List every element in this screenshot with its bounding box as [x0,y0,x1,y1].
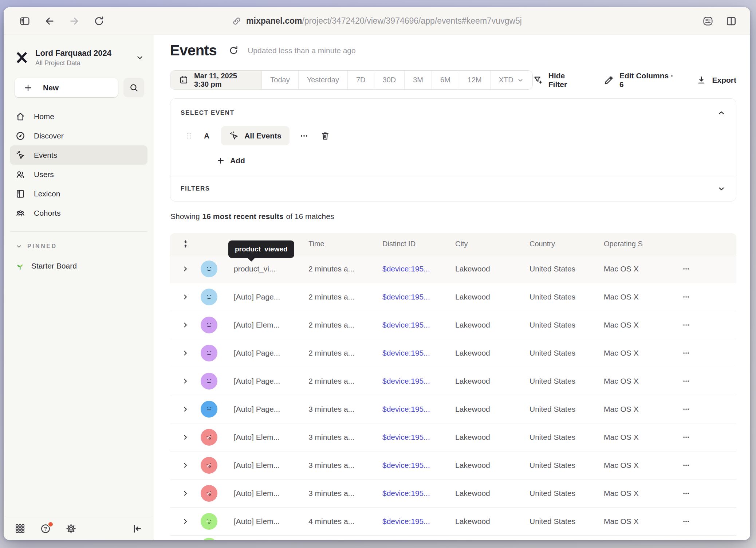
distinct-id-link[interactable]: $device:195... [382,265,455,273]
distinct-id-link[interactable]: $device:195... [382,433,455,442]
trash-icon[interactable] [320,131,330,141]
sidebar-toggle-icon[interactable] [19,15,31,27]
row-menu-icon[interactable] [677,265,695,273]
row-menu-icon[interactable] [677,406,695,413]
range-7d[interactable]: 7D [348,71,374,89]
refresh-icon[interactable] [228,45,239,56]
export-button[interactable]: Export [696,75,736,85]
row-menu-icon[interactable] [677,349,695,357]
add-event-button[interactable]: Add [216,156,726,165]
reload-icon[interactable] [93,15,105,27]
drag-handle-icon[interactable] [185,132,193,140]
sidebar-item-cohorts[interactable]: Cohorts [10,203,147,223]
row-menu-icon[interactable] [677,434,695,441]
browser-toolbar: mixpanel.com/project/3472420/view/397469… [4,7,750,35]
table-row[interactable]: [Auto] Elem... 3 minutes a... $device:19… [170,480,736,508]
range-yesterday[interactable]: Yesterday [299,71,348,89]
sidebar-item-users[interactable]: Users [10,165,147,184]
table-row[interactable]: [Auto] Page... 2 minutes a... $device:19… [170,283,736,311]
sidebar-item-events[interactable]: Events [10,145,147,165]
collapse-section-icon[interactable] [717,109,726,117]
column-header-city[interactable]: City [455,240,529,248]
distinct-id-link[interactable]: $device:195... [382,489,455,498]
expand-row-icon[interactable] [170,265,201,273]
event-selector-chip[interactable]: All Events [221,126,290,145]
expand-row-icon[interactable] [170,518,201,525]
column-header-time[interactable]: Time [308,240,382,248]
table-row[interactable]: [Auto] Elem... 3 minutes a... $device:19… [170,451,736,480]
sidebar-item-home[interactable]: Home [10,107,147,126]
sidebar-item-lexicon[interactable]: Lexicon [10,184,147,203]
country-cell: United States [529,405,604,414]
distinct-id-link[interactable]: $device:195... [382,461,455,470]
gear-icon[interactable] [66,523,76,534]
split-view-icon[interactable] [725,15,737,27]
distinct-id-link[interactable]: $device:195... [382,377,455,385]
table-row[interactable]: [Auto] Elem... 4 minutes a... $device:19… [170,508,736,536]
project-switcher[interactable]: Lord Farquaad 2024 All Project Data [15,48,144,67]
row-menu-icon[interactable] [677,377,695,385]
expand-row-icon[interactable] [170,293,201,301]
collapse-all-rows-icon[interactable] [170,239,201,248]
distinct-id-link[interactable]: $device:195... [382,349,455,357]
sidebar-item-discover[interactable]: Discover [10,126,147,145]
notification-dot [48,521,54,527]
column-header-country[interactable]: Country [529,240,604,248]
table-row[interactable]: [Auto] Page... 3 minutes a... $device:19… [170,395,736,423]
expand-row-icon[interactable] [170,321,201,329]
page-title: Events [170,42,217,59]
search-button[interactable] [123,78,144,97]
range-today[interactable]: Today [262,71,298,89]
expand-row-icon[interactable] [170,377,201,385]
distinct-id-link[interactable]: $device:195... [382,293,455,301]
avatar [201,401,217,418]
range-xtd[interactable]: XTD [491,71,532,89]
event-name: [Auto] Page... [224,405,308,414]
date-picker[interactable]: Mar 11, 2025 3:30 pm [170,71,262,89]
row-menu-icon[interactable] [677,518,695,525]
table-row[interactable]: [Auto] Elem... 3 minutes a... $device:19… [170,423,736,451]
apps-grid-icon[interactable] [15,523,25,534]
range-6m[interactable]: 6M [432,71,459,89]
help-button[interactable]: ? [40,523,51,534]
event-name: [Auto] Page... [224,377,308,385]
collapse-left-icon[interactable] [132,523,143,534]
expand-row-icon[interactable] [170,434,201,441]
more-options-icon[interactable] [300,132,308,140]
row-menu-icon[interactable] [677,490,695,497]
expand-row-icon[interactable] [170,490,201,497]
distinct-id-link[interactable]: $device:195... [382,517,455,526]
column-header-distinct-id[interactable]: Distinct ID [382,240,455,248]
expand-row-icon[interactable] [170,349,201,357]
distinct-id-link[interactable]: $device:195... [382,405,455,414]
distinct-id-link[interactable]: $device:195... [382,321,455,329]
table-row[interactable]: [Auto] Page... 2 minutes a... $device:19… [170,339,736,367]
range-3m[interactable]: 3M [405,71,432,89]
pinned-section-header[interactable]: PINNED [15,243,154,250]
row-menu-icon[interactable] [677,293,695,301]
expand-row-icon[interactable] [170,462,201,469]
url-bar[interactable]: mixpanel.com/project/3472420/view/397469… [232,16,522,26]
expand-filters-icon[interactable] [717,184,726,193]
column-header-os[interactable]: Operating S [604,240,677,248]
svg-text:?: ? [44,526,47,532]
table-row[interactable]: [Auto] Elem... 2 minutes a... $device:19… [170,311,736,339]
range-12m[interactable]: 12M [459,71,491,89]
back-icon[interactable] [44,15,55,27]
new-button[interactable]: New [15,78,118,97]
row-menu-icon[interactable] [677,462,695,469]
forward-icon [68,15,80,27]
row-menu-icon[interactable] [677,321,695,329]
country-cell: United States [529,293,604,301]
expand-row-icon[interactable] [170,406,201,413]
edit-columns-button[interactable]: Edit Columns · 6 [604,71,676,89]
events-table: product_viewed Time Distinct ID City Cou… [170,233,736,540]
range-30d[interactable]: 30D [374,71,405,89]
tune-icon[interactable] [702,15,714,27]
hide-filter-button[interactable]: Hide Filter [533,71,583,89]
os-cell: Mac OS X [604,405,677,414]
avatar [201,429,217,446]
table-row-partial[interactable] [170,536,736,540]
sidebar-item-starter-board[interactable]: Starter Board [15,261,154,271]
table-row[interactable]: [Auto] Page... 2 minutes a... $device:19… [170,367,736,395]
